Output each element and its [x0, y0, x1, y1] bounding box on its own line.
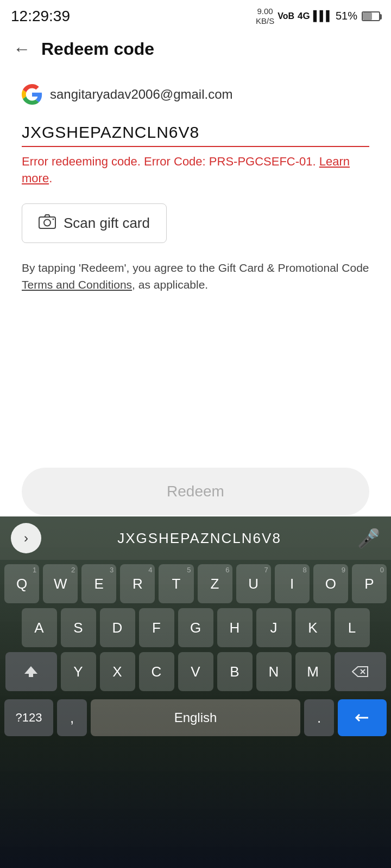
svg-point-1 [44, 219, 51, 226]
key-e[interactable]: E3 [81, 564, 116, 603]
num-switch-key[interactable]: ?123 [4, 699, 53, 736]
status-time: 12:29:39 [11, 8, 70, 25]
keyboard-area: › JXGSHEPAZNCLN6V8 🎤 Q1 W2 E3 R4 T5 Z6 U… [0, 516, 391, 868]
network-icon: 4G [298, 11, 310, 22]
account-row: sangitaryadav2006@gmail.com [22, 84, 369, 105]
svg-point-2 [53, 218, 54, 220]
keyboard-keys: Q1 W2 E3 R4 T5 Z6 U7 I8 O9 P0 A S D F G … [0, 560, 391, 698]
key-row-2: A S D F G H J K L [4, 608, 387, 647]
account-email: sangitaryadav2006@gmail.com [50, 87, 233, 102]
key-q[interactable]: Q1 [4, 564, 39, 603]
key-f[interactable]: F [139, 608, 174, 647]
net-speed: 9.00KB/S [256, 7, 274, 26]
key-s[interactable]: S [61, 608, 96, 647]
key-d[interactable]: D [100, 608, 135, 647]
main-content: sangitaryadav2006@gmail.com Error redeem… [0, 68, 391, 315]
back-button[interactable]: ← [13, 40, 30, 58]
key-w[interactable]: W2 [43, 564, 78, 603]
error-message: Error redeeming code. Error Code: PRS-PG… [22, 154, 369, 187]
key-row-3: Y X C V B N M [4, 652, 387, 691]
status-icons: 9.00KB/S VoB 4G ▌▌▌ 51% [256, 7, 380, 26]
key-x[interactable]: X [100, 652, 135, 691]
key-v[interactable]: V [178, 652, 213, 691]
code-input[interactable] [22, 121, 369, 147]
terms-prefix: By tapping 'Redeem', you agree to the Gi… [22, 261, 369, 274]
code-input-container[interactable] [22, 121, 369, 147]
key-t[interactable]: T5 [159, 564, 193, 603]
key-p[interactable]: P0 [352, 564, 387, 603]
battery-icon [362, 11, 380, 21]
suggestion-text: JXGSHEPAZNCLN6V8 [41, 530, 357, 547]
comma-key[interactable]: , [57, 699, 87, 736]
key-l[interactable]: L [335, 608, 370, 647]
key-r[interactable]: R4 [120, 564, 155, 603]
key-o[interactable]: O9 [313, 564, 348, 603]
key-row-1: Q1 W2 E3 R4 T5 Z6 U7 I8 O9 P0 [4, 564, 387, 603]
period-key[interactable]: . [304, 699, 334, 736]
shift-key[interactable] [5, 652, 57, 691]
volte-icon: VoB [278, 11, 294, 21]
space-key[interactable]: English [91, 699, 300, 736]
terms-text: By tapping 'Redeem', you agree to the Gi… [22, 259, 369, 293]
battery-label: 51% [336, 10, 357, 22]
error-text: Error redeeming code. Error Code: PRS-PG… [22, 155, 319, 168]
key-n[interactable]: N [256, 652, 292, 691]
key-g[interactable]: G [178, 608, 213, 647]
key-h[interactable]: H [217, 608, 253, 647]
chevron-right-icon: › [24, 531, 28, 546]
header: ← Redeem code [0, 30, 391, 68]
key-k[interactable]: K [295, 608, 331, 647]
suggestion-expand-button[interactable]: › [11, 523, 41, 553]
key-m[interactable]: M [295, 652, 331, 691]
key-u[interactable]: U7 [236, 564, 271, 603]
key-c[interactable]: C [139, 652, 174, 691]
scan-gift-card-button[interactable]: Scan gift card [22, 203, 167, 243]
page-title: Redeem code [41, 39, 154, 59]
enter-key[interactable] [338, 699, 387, 736]
google-logo [22, 84, 42, 105]
suggestion-bar: › JXGSHEPAZNCLN6V8 🎤 [0, 516, 391, 560]
redeem-button[interactable]: Redeem [22, 468, 369, 515]
camera-icon [39, 214, 56, 233]
terms-suffix: , as applicable. [132, 278, 208, 291]
key-a[interactable]: A [22, 608, 57, 647]
keyboard-bottom-row: ?123 , English . [0, 698, 391, 742]
key-i[interactable]: I8 [275, 564, 310, 603]
scan-label: Scan gift card [64, 215, 150, 232]
microphone-icon[interactable]: 🎤 [357, 527, 380, 549]
signal-icon: ▌▌▌ [313, 10, 332, 22]
redeem-button-container: Redeem [22, 468, 369, 515]
status-bar: 12:29:39 9.00KB/S VoB 4G ▌▌▌ 51% [0, 0, 391, 30]
backspace-key[interactable] [335, 652, 386, 691]
key-j[interactable]: J [256, 608, 292, 647]
key-z[interactable]: Z6 [198, 564, 232, 603]
key-b[interactable]: B [217, 652, 253, 691]
terms-link[interactable]: Terms and Conditions [22, 278, 132, 291]
key-y[interactable]: Y [61, 652, 96, 691]
